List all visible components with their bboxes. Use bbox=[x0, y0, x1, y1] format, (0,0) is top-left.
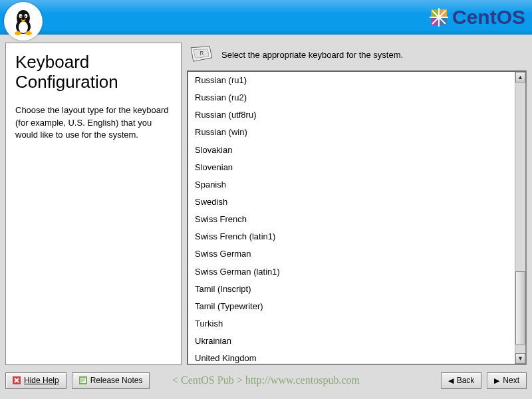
keyboard-option[interactable]: Slovenian bbox=[188, 159, 515, 176]
back-button[interactable]: ◀ Back bbox=[441, 372, 482, 389]
next-label: Next bbox=[503, 376, 519, 385]
document-icon bbox=[79, 376, 87, 384]
svg-point-2 bbox=[19, 21, 28, 33]
sidebar-title: Keyboard Configuration bbox=[15, 53, 172, 92]
svg-point-7 bbox=[15, 31, 21, 35]
keyboard-option[interactable]: Spanish bbox=[188, 176, 515, 194]
keyboard-option[interactable]: Russian (ru2) bbox=[188, 89, 515, 106]
brand-text: CentOS bbox=[452, 6, 525, 29]
brand: CentOS bbox=[430, 6, 525, 29]
arrow-left-icon: ◀ bbox=[448, 376, 454, 385]
header-bar: CentOS bbox=[0, 0, 532, 35]
keyboard-option[interactable]: Slovakian bbox=[188, 142, 515, 159]
centos-icon bbox=[430, 8, 448, 27]
arrow-right-icon: ▶ bbox=[494, 376, 499, 385]
keyboard-option[interactable]: Turkish bbox=[188, 315, 515, 332]
next-button[interactable]: ▶ Next bbox=[487, 372, 527, 389]
keyboard-option[interactable]: United Kingdom bbox=[188, 350, 515, 364]
svg-point-5 bbox=[21, 16, 22, 17]
svg-text:R: R bbox=[200, 50, 203, 57]
keyboard-option[interactable]: Swiss German bbox=[188, 245, 515, 263]
svg-point-8 bbox=[25, 31, 32, 35]
keyboard-option[interactable]: Tamil (Typewriter) bbox=[188, 298, 515, 315]
sidebar-body: Choose the layout type for the keyboard … bbox=[15, 104, 172, 142]
back-label: Back bbox=[457, 376, 475, 385]
prompt-text: Select the appropriate keyboard for the … bbox=[221, 50, 403, 60]
keyboard-key-icon: R bbox=[188, 45, 213, 64]
keyboard-option[interactable]: Swedish bbox=[188, 194, 515, 211]
hide-help-label: Hide Help bbox=[24, 376, 59, 385]
keyboard-option[interactable]: Swiss German (latin1) bbox=[188, 263, 515, 281]
scroll-up-button[interactable]: ▲ bbox=[515, 72, 525, 82]
penguin-icon bbox=[10, 7, 37, 36]
keyboard-option[interactable]: Swiss French bbox=[188, 211, 515, 228]
keyboard-option[interactable]: Tamil (Inscript) bbox=[188, 281, 515, 298]
keyboard-option[interactable]: Russian (win) bbox=[188, 124, 515, 141]
release-notes-button[interactable]: Release Notes bbox=[72, 372, 150, 389]
svg-point-6 bbox=[25, 16, 26, 17]
keyboard-option[interactable]: Ukrainian bbox=[188, 332, 515, 350]
release-notes-label: Release Notes bbox=[90, 376, 143, 385]
keyboard-option[interactable]: Russian (ru1) bbox=[188, 72, 515, 89]
hide-help-button[interactable]: Hide Help bbox=[5, 372, 66, 389]
close-x-icon bbox=[13, 376, 21, 384]
keyboard-list[interactable]: Russian (ru1)Russian (ru2)Russian (utf8r… bbox=[188, 72, 515, 364]
keyboard-option[interactable]: Swiss French (latin1) bbox=[188, 228, 515, 245]
scroll-down-button[interactable]: ▼ bbox=[515, 353, 525, 364]
keyboard-option[interactable]: Russian (utf8ru) bbox=[188, 106, 515, 124]
tux-logo bbox=[4, 2, 43, 41]
scrollbar[interactable]: ▲ ▼ bbox=[515, 72, 525, 364]
scroll-thumb[interactable] bbox=[515, 271, 525, 344]
help-sidebar: Keyboard Configuration Choose the layout… bbox=[5, 43, 182, 365]
